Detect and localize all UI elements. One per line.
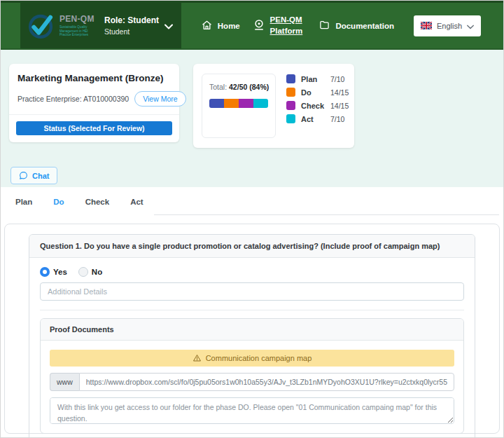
tab-check[interactable]: Check xyxy=(75,187,120,215)
language-selector[interactable]: English xyxy=(414,15,481,36)
legend-score: 7/10 xyxy=(330,75,344,83)
legend-row-plan: Plan 7/10 xyxy=(286,74,349,83)
chevron-down-icon xyxy=(467,20,474,32)
chat-label: Chat xyxy=(32,172,49,180)
warning-icon xyxy=(192,354,202,362)
score-total-box: Total: 42/50 (84%) xyxy=(202,74,276,138)
warning-text: Communication campaign map xyxy=(206,354,312,362)
nav-item-label: Documentation xyxy=(335,22,394,30)
tab-act[interactable]: Act xyxy=(120,187,154,215)
radio-yes-label: Yes xyxy=(53,268,67,276)
course-card: Marketing Management (Bronze) Practice E… xyxy=(9,64,179,142)
course-card-top: Marketing Management (Bronze) Practice E… xyxy=(9,64,179,114)
legend-score: 14/15 xyxy=(330,102,349,110)
platform-eye-icon xyxy=(253,19,265,33)
nav-item-home[interactable]: Home xyxy=(201,20,240,32)
question-card: Question 1. Do you have a single product… xyxy=(29,234,475,438)
proof-documents-body: Communication campaign map www With this… xyxy=(41,341,463,433)
total-value: 42/50 (84%) xyxy=(229,83,269,91)
additional-details-input[interactable] xyxy=(40,282,464,301)
nav-item-documentation[interactable]: Documentation xyxy=(318,20,394,32)
logo-title: PEN-QM xyxy=(59,14,97,24)
legend-name: Check xyxy=(301,102,325,110)
language-label: English xyxy=(437,22,462,30)
answer-radio-group: Yes No xyxy=(40,267,464,277)
legend-swatch xyxy=(286,101,295,110)
legend-swatch xyxy=(286,114,295,123)
nav-item-label: Home xyxy=(218,22,240,30)
chat-button[interactable]: Chat xyxy=(10,167,57,184)
radio-no-icon[interactable] xyxy=(78,267,88,277)
question-divider xyxy=(40,310,464,310)
proof-url-group: www xyxy=(50,373,454,391)
home-icon xyxy=(201,20,213,32)
tabs-divider xyxy=(154,214,499,215)
logo-text: PEN-QM Sustainable Quality Management in… xyxy=(59,14,97,37)
score-bar xyxy=(209,99,268,108)
question-title: Question 1. Do you have a single product… xyxy=(29,235,475,258)
folder-icon xyxy=(318,20,330,32)
legend-name: Do xyxy=(301,88,325,97)
phase-tabs: Plan Do Check Act xyxy=(1,187,503,215)
radio-yes-icon[interactable] xyxy=(40,267,50,277)
legend-score: 14/15 xyxy=(330,88,349,97)
score-legend: Plan 7/10 Do 14/15 Check 14/15 xyxy=(286,74,349,138)
status-button[interactable]: Status (Selected For Review) xyxy=(16,121,172,135)
score-segment-do xyxy=(224,99,239,108)
logo-subtitle: Sustainable Quality Management in HEI Pr… xyxy=(59,25,97,37)
score-card: Total: 42/50 (84%) Plan 7/10 xyxy=(193,64,354,148)
radio-no-label: No xyxy=(92,268,102,276)
score-total-line: Total: 42/50 (84%) xyxy=(209,83,268,91)
legend-score: 7/10 xyxy=(330,115,344,123)
tab-do[interactable]: Do xyxy=(43,187,74,215)
legend-row-do: Do 14/15 xyxy=(286,88,349,97)
legend-row-act: Act 7/10 xyxy=(286,114,349,123)
chevron-down-icon xyxy=(164,20,173,32)
chat-bubble-icon xyxy=(19,171,28,180)
proof-documents-title: Proof Documents xyxy=(41,319,463,341)
legend-name: Act xyxy=(301,115,325,123)
proof-url-input[interactable] xyxy=(79,373,454,391)
role-sublabel: Student xyxy=(104,27,159,36)
radio-option-yes[interactable]: Yes xyxy=(40,267,67,277)
view-more-button[interactable]: View More xyxy=(134,91,186,107)
question-body: Yes No Proof Documents xyxy=(29,258,475,438)
proof-documents-card: Proof Documents Communication campaign m… xyxy=(40,318,464,434)
role-dropdown[interactable]: Role: Student Student xyxy=(104,15,173,36)
legend-row-check: Check 14/15 xyxy=(286,101,349,110)
enterprise-label: Practice Enterprise: AT010000390 xyxy=(18,95,129,103)
proof-note-textarea[interactable]: With this link you get access to our fol… xyxy=(50,397,454,424)
tab-plan[interactable]: Plan xyxy=(5,187,43,215)
score-segment-plan xyxy=(209,99,224,108)
page: PEN-QM Sustainable Quality Management in… xyxy=(0,0,504,438)
score-segment-act xyxy=(253,99,268,108)
overview-section: Marketing Management (Bronze) Practice E… xyxy=(1,50,503,187)
overview-cards-row: Marketing Management (Bronze) Practice E… xyxy=(9,64,495,148)
nav-item-label: PEN-QM Platform xyxy=(270,15,307,36)
proof-warning-banner: Communication campaign map xyxy=(50,350,454,367)
legend-name: Plan xyxy=(301,75,325,83)
url-prefix-addon: www xyxy=(50,373,79,391)
legend-swatch xyxy=(286,88,295,97)
top-navbar: PEN-QM Sustainable Quality Management in… xyxy=(1,1,503,50)
role-label: Role: Student xyxy=(104,15,159,25)
brand-panel: PEN-QM Sustainable Quality Management in… xyxy=(20,3,181,48)
uk-flag-icon xyxy=(421,22,432,29)
radio-option-no[interactable]: No xyxy=(78,267,102,277)
nav-item-pen-qm-platform[interactable]: PEN-QM Platform xyxy=(253,15,307,36)
pen-qm-logo-icon[interactable] xyxy=(26,11,55,41)
total-label: Total: xyxy=(209,83,227,91)
score-segment-check xyxy=(239,99,253,108)
course-title: Marketing Management (Bronze) xyxy=(18,73,171,83)
legend-swatch xyxy=(286,74,295,83)
main-nav: Home PEN-QM Platform Documentation xyxy=(181,3,414,48)
course-card-footer: Status (Selected For Review) xyxy=(9,114,179,142)
tab-content-panel: Question 1. Do you have a single product… xyxy=(4,224,500,434)
